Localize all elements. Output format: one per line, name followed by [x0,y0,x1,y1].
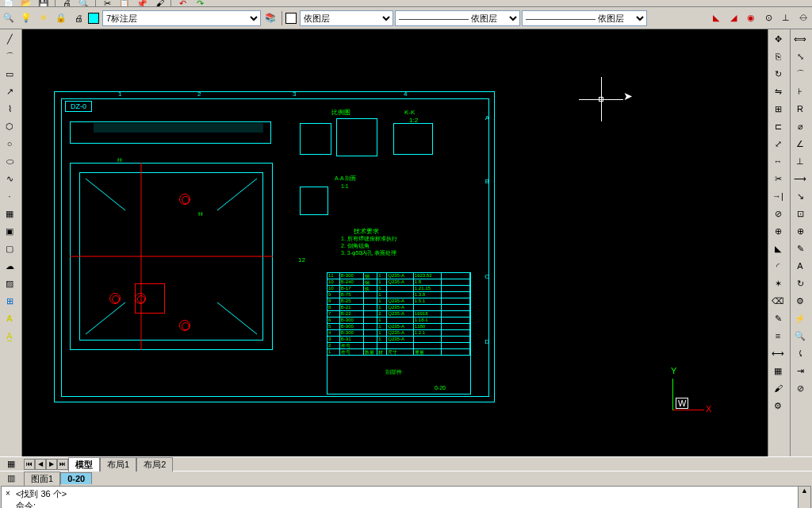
snap-midpoint-icon[interactable]: ◢ [726,10,741,26]
dim-diameter-icon[interactable]: ⌀ [792,118,808,134]
command-window[interactable]: × <找到 36 个> 命令: 命令: ▲ [1,486,811,508]
snap-tangent-icon[interactable]: ⦵ [795,10,811,26]
wipeout-icon[interactable]: ▨ [2,275,17,291]
jog-icon[interactable]: ⤹ [792,345,808,361]
scroll-up-icon[interactable]: ▲ [799,487,810,495]
plot-icon[interactable]: 🖨 [71,10,86,26]
spline-icon[interactable]: ∿ [2,171,17,187]
sun-icon[interactable]: ☀ [36,10,52,26]
join-icon[interactable]: ⊕ [770,223,786,239]
lengthen-icon[interactable]: ⟷ [770,345,786,361]
match-icon[interactable]: 🖌 [151,0,167,7]
color-swatch[interactable] [285,13,297,24]
color-dropdown[interactable]: 依图层 [300,10,393,26]
mirror-icon[interactable]: ⇋ [770,83,786,99]
props-icon[interactable]: ⚙ [770,398,786,414]
dim-angular-icon[interactable]: ∠ [792,136,808,152]
dwg-tab-1[interactable]: 图面1 [24,471,60,486]
layer-dropdown[interactable]: 7标注层 [102,10,261,26]
dim-baseline-icon[interactable]: ⊥ [792,153,808,169]
inspect-icon[interactable]: 🔍 [792,328,808,344]
dwg-tab-2[interactable]: 0-20 [60,472,92,484]
paste-icon[interactable]: 📌 [134,0,150,7]
tab-layout2[interactable]: 布局2 [136,457,173,471]
tab-model[interactable]: 模型 [68,457,100,471]
point-icon[interactable]: · [2,188,17,204]
text-icon[interactable]: A [2,310,17,326]
space-icon[interactable]: ⇥ [792,363,808,379]
rect-icon[interactable]: ▭ [2,66,17,82]
layout-icon[interactable]: ▦ [3,456,19,472]
xline-icon[interactable]: ↗ [2,83,17,99]
stretch-icon[interactable]: ↔ [770,153,786,169]
snap-center-icon[interactable]: ◉ [743,10,759,26]
align-icon[interactable]: ≡ [770,328,786,344]
dim-edit-icon[interactable]: ✎ [792,241,808,256]
dim-linear-icon[interactable]: ⟺ [792,31,808,47]
bulb-icon[interactable]: 💡 [18,10,34,26]
new-icon[interactable]: 📄 [1,0,17,7]
mtext-icon[interactable]: A̲ [2,328,17,344]
offset-icon[interactable]: ⊏ [770,118,786,134]
layer-manager-icon[interactable]: 📚 [262,10,278,26]
array-icon[interactable]: ⊞ [770,101,786,117]
line-icon[interactable]: ╱ [2,31,17,47]
qdim-icon[interactable]: ⚡ [792,310,808,326]
region-icon[interactable]: ▣ [2,223,17,239]
open-icon[interactable]: 📂 [18,0,34,7]
trim-icon[interactable]: ✂ [770,171,786,187]
fillet-icon[interactable]: ◜ [770,258,786,274]
explode-icon[interactable]: ✶ [770,275,786,291]
dim-aligned-icon[interactable]: ⤡ [792,48,808,64]
tab-nav-first[interactable]: ⏮ [24,459,35,470]
erase-icon[interactable]: ⌫ [770,293,786,309]
edit-hatch-icon[interactable]: ▦ [770,363,786,379]
zoom-icon[interactable]: 🔍 [1,10,17,26]
table-icon[interactable]: ⊞ [2,293,17,309]
copy-icon[interactable]: 📋 [117,0,132,7]
model-viewport[interactable]: DZ-0 K-K 1:2 比例图 [22,29,768,456]
dim-style-icon[interactable]: ⚙ [792,293,808,309]
hatch-icon[interactable]: ▦ [2,206,17,221]
undo-icon[interactable]: ↶ [174,0,190,7]
rotate-icon[interactable]: ↻ [770,66,786,82]
dim-continue-icon[interactable]: ⟶ [792,171,808,187]
break-dim-icon[interactable]: ⊘ [792,380,808,396]
brush-icon[interactable]: 🖌 [770,380,786,396]
dim-update-icon[interactable]: ↻ [792,275,808,291]
dwg-tabs-icon[interactable]: ▥ [3,471,19,487]
chamfer-icon[interactable]: ◣ [770,241,786,256]
snap-perp-icon[interactable]: ⊥ [778,10,794,26]
dim-ordinate-icon[interactable]: ⊦ [792,83,808,99]
extend-icon[interactable]: →| [770,188,786,204]
snap-endpoint-icon[interactable]: ◣ [708,10,724,26]
cmd-close-icon[interactable]: × [3,488,13,498]
tab-nav-next[interactable]: ▶ [46,459,57,470]
lineweight-dropdown[interactable]: ———————— 依图层 [522,10,647,26]
print-icon[interactable]: 🖨 [59,0,75,7]
preview-icon[interactable]: 🔍 [76,0,92,7]
tab-nav-last[interactable]: ⏭ [57,459,68,470]
redo-icon[interactable]: ↷ [192,0,208,7]
dim-tedit-icon[interactable]: A [792,258,808,274]
dim-arc-icon[interactable]: ⌒ [792,66,808,82]
center-mark-icon[interactable]: ⊕ [792,223,808,239]
tolerance-icon[interactable]: ⊡ [792,206,808,221]
lock-icon[interactable]: 🔒 [53,10,69,26]
cmd-scrollbar[interactable]: ▲ [798,487,810,508]
move-icon[interactable]: ✥ [770,31,786,47]
polyline-icon[interactable]: ⌇ [2,101,17,117]
tab-nav-prev[interactable]: ◀ [35,459,46,470]
dim-radius-icon[interactable]: R [792,101,808,117]
save-icon[interactable]: 💾 [36,0,52,7]
cut-icon[interactable]: ✂ [99,0,115,7]
tab-layout1[interactable]: 布局1 [100,457,136,471]
linetype-dropdown[interactable]: ———————— 依图层 [395,10,520,26]
circle-icon[interactable]: ○ [2,136,17,152]
leader-icon[interactable]: ↘ [792,188,808,204]
snap-node-icon[interactable]: ⊙ [760,10,776,26]
boundary-icon[interactable]: ▢ [2,241,17,256]
pedit-icon[interactable]: ✎ [770,310,786,326]
polygon-icon[interactable]: ⬡ [2,118,17,134]
copy-obj-icon[interactable]: ⎘ [770,48,786,64]
